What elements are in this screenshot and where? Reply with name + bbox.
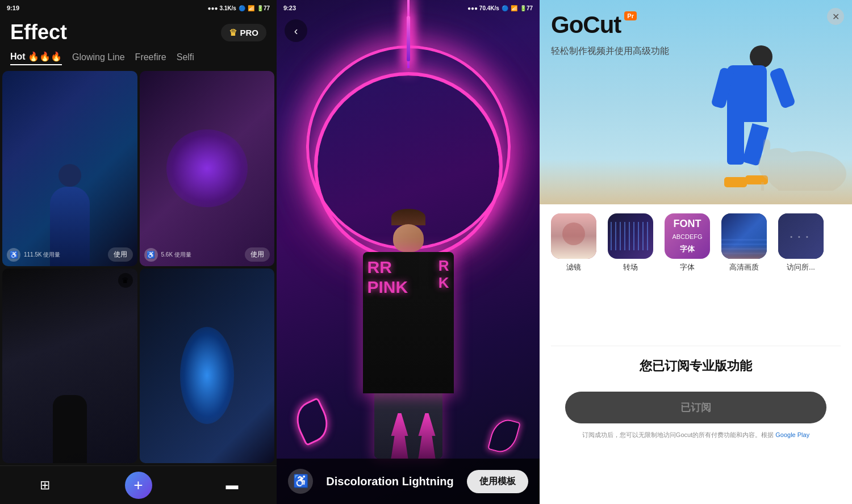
hd-bg <box>721 213 767 259</box>
usage-text-1: 111.5K 使用量 <box>24 251 60 259</box>
detail-bottom-bar: ♿ Discoloration Lightning 使用模板 <box>277 459 540 504</box>
detail-accessibility-icon[interactable]: ♿ <box>288 469 313 494</box>
accessibility-icon-2: ♿ <box>144 248 158 262</box>
effects-grid: ♿ 111.5K 使用量 使用 ♿ 5.6K 使用量 使用 ♛ <box>0 69 277 465</box>
pr-badge: Pr <box>624 11 637 20</box>
hd-icon-box <box>721 213 767 259</box>
mirror-face <box>551 213 596 259</box>
tab-glowing[interactable]: Glowing Line <box>72 52 125 65</box>
close-button[interactable]: ✕ <box>827 8 844 25</box>
use-btn-2[interactable]: 使用 <box>245 247 270 262</box>
transition-label: 转场 <box>623 262 638 272</box>
pro-badge[interactable]: ♛ PRO <box>221 24 266 41</box>
detail-panel: 9:23 ●●● 70.4K/s 🔵 📶 🔋77 ‹ RRPINK RK ♿ <box>277 0 540 504</box>
access-icon-box <box>778 213 824 259</box>
grid-nav-icon[interactable]: ⊞ <box>36 476 54 494</box>
panel-title: Effect <box>10 20 67 44</box>
time-1: 9:19 <box>7 5 19 11</box>
status-bar-2: 9:23 ●●● 70.4K/s 🔵 📶 🔋77 <box>277 0 540 16</box>
accessibility-icon-1: ♿ <box>7 248 20 262</box>
effect-panel: 9:19 ●●● 3.1K/s 🔵 📶 🔋77 Effect ♛ PRO Hot… <box>0 0 277 504</box>
effect-cell-3[interactable]: ♛ <box>2 268 137 464</box>
feature-font[interactable]: FONTABCDEFG字体 字体 <box>659 213 716 272</box>
feature-mirror[interactable]: 滤镜 <box>545 213 602 272</box>
access-bg <box>778 213 824 259</box>
tab-selfi[interactable]: Selfi <box>177 52 194 65</box>
subscribed-section: 您已订阅专业版功能 已订阅 订阅成功后，您可以无限制地访问Gocut的所有付费功… <box>540 282 852 504</box>
jacket: RRPINK RK <box>363 252 454 393</box>
detail-use-button[interactable]: 使用模板 <box>467 470 528 493</box>
hair <box>391 209 425 225</box>
usage-text-2: 5.6K 使用量 <box>161 251 191 259</box>
divider <box>551 346 841 346</box>
tabs-row: Hot 🔥🔥🔥 Glowing Line Freefire Selfi <box>0 47 277 69</box>
detail-title: Discoloration Lightning <box>326 475 453 488</box>
feature-icons-row: 滤镜 转场 FONTABCDEFG字体 字体 高清画质 <box>540 204 852 282</box>
tab-freefire[interactable]: Freefire <box>135 52 166 65</box>
feature-transition[interactable]: 转场 <box>602 213 659 272</box>
font-label: 字体 <box>680 262 695 272</box>
mirror-icon-box <box>551 213 596 259</box>
cell-2-stats: ♿ 5.6K 使用量 <box>144 248 191 262</box>
person-figure: RRPINK RK <box>357 209 460 459</box>
access-label: 访问所... <box>787 262 815 272</box>
mirror-label: 滤镜 <box>566 262 581 272</box>
back-button[interactable]: ‹ <box>285 19 307 42</box>
gocut-subtitle: 轻松制作视频并使用高级功能 <box>551 45 669 57</box>
crown-icon: ♛ <box>229 27 237 38</box>
font-icon-box: FONTABCDEFG字体 <box>665 213 710 259</box>
subscribed-title: 您已订阅专业版功能 <box>640 358 752 375</box>
inbox-nav-icon[interactable]: ▬ <box>223 476 241 494</box>
hd-label: 高清画质 <box>729 262 759 272</box>
tab-hot[interactable]: Hot 🔥🔥🔥 <box>10 51 62 65</box>
legs <box>374 393 442 459</box>
cell-1-stats: ♿ 111.5K 使用量 <box>7 248 60 262</box>
panel-header: Effect ♛ PRO <box>0 16 277 47</box>
effect-cell-4[interactable] <box>140 268 275 464</box>
pro-badge-label: PRO <box>240 28 258 37</box>
effect-cell-2[interactable]: ♿ 5.6K 使用量 使用 <box>140 71 275 266</box>
use-btn-1[interactable]: 使用 <box>108 247 133 262</box>
char-head <box>750 45 772 68</box>
transition-icon-box <box>608 213 653 259</box>
cut-text: Cut <box>583 11 621 38</box>
time-2: 9:23 <box>283 5 296 11</box>
gocut-logo: GoCut <box>551 11 621 39</box>
feature-hd[interactable]: 高清画质 <box>716 213 772 272</box>
subscribed-button[interactable]: 已订阅 <box>565 392 826 423</box>
google-play-link[interactable]: Google Play <box>775 431 809 438</box>
feature-access[interactable]: 访问所... <box>772 213 829 272</box>
status-bar-1: 9:19 ●●● 3.1K/s 🔵 📶 🔋77 <box>0 0 277 16</box>
small-note: 订阅成功后，您可以无限制地访问Gocut的所有付费功能和内容。根据 Google… <box>577 430 815 440</box>
font-text: FONTABCDEFG字体 <box>672 218 702 255</box>
gocut-title-area: GoCut Pr <box>551 11 637 39</box>
face <box>393 224 424 253</box>
go-text: Go <box>551 11 583 38</box>
crown-badge-3: ♛ <box>118 273 133 288</box>
add-nav-btn[interactable]: + <box>125 472 152 499</box>
status-right-1: ●●● 3.1K/s 🔵 📶 🔋77 <box>208 5 270 11</box>
transition-lines <box>611 222 650 250</box>
effect-cell-1[interactable]: ♿ 111.5K 使用量 使用 <box>2 71 137 266</box>
bottom-nav: ⊞ + ▬ <box>0 465 277 504</box>
char-arm-right <box>769 67 796 109</box>
gocut-panel: ✕ GoCut Pr 轻松制作视频并使用高级功能 <box>540 0 852 504</box>
mammoth-bg <box>733 134 846 193</box>
gocut-hero: ✕ GoCut Pr 轻松制作视频并使用高级功能 <box>540 0 852 204</box>
